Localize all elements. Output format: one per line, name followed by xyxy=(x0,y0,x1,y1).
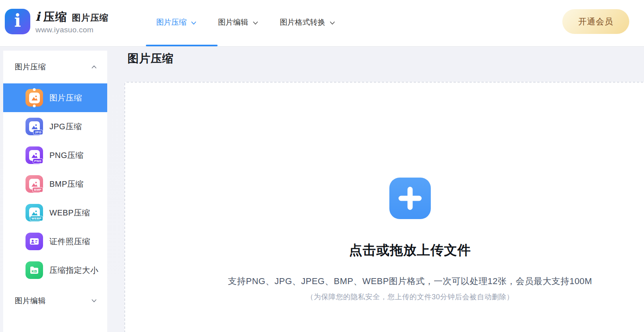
sidebar-item-idphoto-compress[interactable]: 证件照压缩 xyxy=(3,227,107,256)
sidebar-item-label: 证件照压缩 xyxy=(49,236,90,247)
section-label: 图片压缩 xyxy=(15,62,46,72)
sidebar-item-label: 压缩指定大小 xyxy=(49,265,98,276)
logo-icon: i xyxy=(5,9,30,34)
id-photo-icon xyxy=(26,233,43,250)
brand-name: 压缩 xyxy=(43,9,67,25)
webp-compress-icon: WEBP xyxy=(26,204,43,221)
format-badge: WEBP xyxy=(30,216,43,221)
sidebar-item-label: BMP压缩 xyxy=(49,179,84,190)
logo-text: i 压缩 图片压缩 www.iyasuo.com xyxy=(35,9,108,34)
chevron-up-icon xyxy=(91,65,97,69)
chevron-down-icon xyxy=(91,299,97,303)
page-title: 图片压缩 xyxy=(128,51,174,66)
chevron-down-icon xyxy=(191,21,196,25)
nav-tab-label: 图片压缩 xyxy=(156,17,187,28)
main-nav: 图片压缩 图片编辑 图片格式转换 xyxy=(156,0,335,45)
add-files-button[interactable] xyxy=(389,178,431,219)
logo-letter: i xyxy=(14,12,21,30)
active-tab-underline xyxy=(146,45,218,46)
upload-support-text: 支持PNG、JPG、JPEG、BMP、WEBP图片格式，一次可以处理12张，会员… xyxy=(125,275,644,287)
image-compress-icon xyxy=(26,89,43,107)
sidebar-item-jpg-compress[interactable]: JPG JPG压缩 xyxy=(3,112,107,141)
section-label: 图片编辑 xyxy=(15,296,46,306)
top-header: i i 压缩 图片压缩 www.iyasuo.com 图片压缩 图片编辑 图片格… xyxy=(0,0,644,46)
chevron-down-icon xyxy=(330,21,335,25)
sidebar-section-image-compress[interactable]: 图片压缩 xyxy=(3,51,107,83)
sidebar-section-image-edit[interactable]: 图片编辑 xyxy=(3,285,107,317)
plus-icon xyxy=(389,178,431,219)
sidebar-item-webp-compress[interactable]: WEBP WEBP压缩 xyxy=(3,198,107,227)
nav-tab-label: 图片编辑 xyxy=(218,17,248,28)
brand-i: i xyxy=(35,10,40,24)
bmp-compress-icon: BMP xyxy=(26,175,43,193)
sidebar-item-label: JPG压缩 xyxy=(49,121,82,132)
upload-heading: 点击或拖放上传文件 xyxy=(125,241,644,259)
sidebar-item-compress-to-size[interactable]: KB 压缩指定大小 xyxy=(3,256,107,285)
sidebar-item-label: WEBP压缩 xyxy=(49,208,90,218)
sidebar-item-image-compress[interactable]: 图片压缩 xyxy=(3,83,107,112)
format-badge: JPG xyxy=(33,130,43,135)
svg-text:KB: KB xyxy=(31,269,37,273)
sidebar: 图片压缩 图片压缩 JPG xyxy=(3,51,107,332)
upload-dropzone[interactable]: 点击或拖放上传文件 支持PNG、JPG、JPEG、BMP、WEBP图片格式，一次… xyxy=(124,82,644,332)
format-badge: BMP xyxy=(32,187,43,192)
site-logo[interactable]: i i 压缩 图片压缩 www.iyasuo.com xyxy=(5,9,108,34)
nav-tab-label: 图片格式转换 xyxy=(280,17,325,28)
nav-tab-format-convert[interactable]: 图片格式转换 xyxy=(280,17,335,28)
sidebar-item-label: 图片压缩 xyxy=(49,93,82,103)
site-url: www.iyasuo.com xyxy=(35,26,108,34)
kb-folder-icon: KB xyxy=(26,261,43,279)
upload-privacy-note: （为保障您的隐私安全，您上传的文件30分钟后会被自动删除） xyxy=(125,292,644,302)
sidebar-item-label: PNG压缩 xyxy=(49,150,84,161)
sidebar-item-png-compress[interactable]: PNG PNG压缩 xyxy=(3,141,107,170)
png-compress-icon: PNG xyxy=(26,146,43,164)
sidebar-item-bmp-compress[interactable]: BMP BMP压缩 xyxy=(3,170,107,198)
format-badge: PNG xyxy=(33,158,43,164)
open-vip-button[interactable]: 开通会员 xyxy=(562,9,629,34)
nav-tab-image-compress[interactable]: 图片压缩 xyxy=(156,17,196,28)
chevron-down-icon xyxy=(253,21,258,25)
nav-tab-image-edit[interactable]: 图片编辑 xyxy=(218,17,258,28)
brand-subtitle: 图片压缩 xyxy=(72,12,108,24)
jpg-compress-icon: JPG xyxy=(26,118,43,135)
